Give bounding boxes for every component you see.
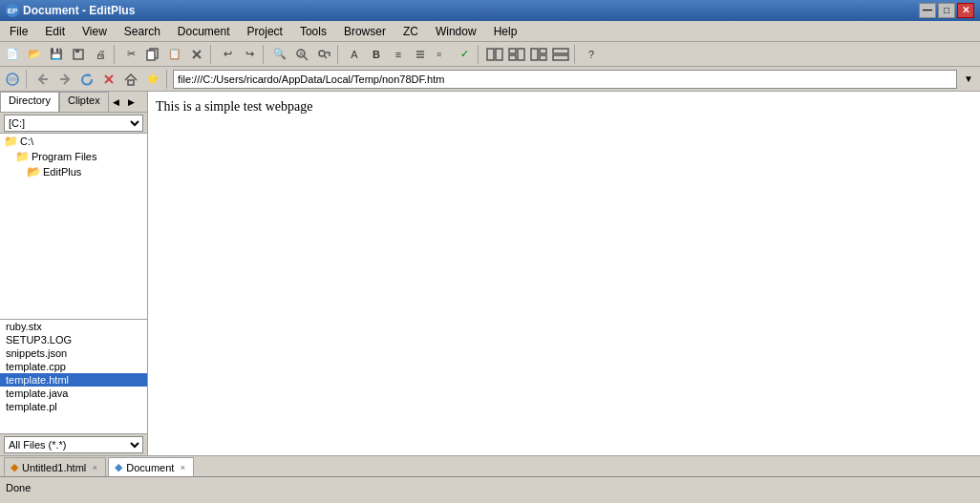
- address-input[interactable]: [173, 70, 957, 89]
- file-item-snippets[interactable]: snippets.json: [0, 346, 147, 360]
- title-bar: EP Document - EditPlus — □ ✕: [0, 0, 980, 21]
- view-btn4[interactable]: [550, 44, 571, 65]
- view-btn3[interactable]: [528, 44, 549, 65]
- svg-text:≡: ≡: [437, 50, 441, 59]
- status-bar: Done: [0, 476, 980, 497]
- sep8: [166, 70, 170, 89]
- svg-point-9: [319, 51, 325, 56]
- view-btn2[interactable]: [506, 44, 527, 65]
- tree-item-editplus[interactable]: 📂 EditPlus: [0, 164, 147, 179]
- find-button[interactable]: 🔍: [269, 44, 290, 65]
- menu-bar: File Edit View Search Document Project T…: [0, 21, 980, 42]
- print-button[interactable]: 🖨: [90, 44, 111, 65]
- star-button[interactable]: ⭐: [142, 69, 163, 90]
- tab-icon-document: ◆: [115, 461, 122, 473]
- directory-tree: 📁 C:\ 📁 Program Files 📂 EditPlus: [0, 134, 147, 320]
- svg-rect-20: [531, 49, 538, 60]
- find-next-button[interactable]: A: [291, 44, 312, 65]
- save-button[interactable]: 💾: [46, 44, 67, 65]
- sep3: [263, 45, 266, 64]
- tab-cliptex[interactable]: Cliptex: [59, 92, 109, 112]
- file-filter-select[interactable]: All Files (*.*): [4, 436, 143, 453]
- menu-help[interactable]: Help: [486, 23, 525, 40]
- sep1: [114, 45, 117, 64]
- bottom-tabs: ◆ Untitled1.html × ◆ Document ×: [0, 455, 980, 476]
- delete-button[interactable]: [186, 44, 207, 65]
- paste-button[interactable]: 📋: [164, 44, 185, 65]
- tab-untitled1[interactable]: ◆ Untitled1.html ×: [4, 457, 106, 476]
- address-dropdown[interactable]: ▼: [959, 70, 978, 89]
- tab-icon-untitled: ◆: [11, 461, 18, 473]
- menu-zc[interactable]: ZC: [395, 23, 426, 40]
- close-button[interactable]: ✕: [957, 3, 974, 18]
- menu-search[interactable]: Search: [117, 23, 168, 40]
- cut-button[interactable]: ✂: [120, 44, 141, 65]
- tab-close-untitled[interactable]: ×: [90, 463, 99, 472]
- align-button[interactable]: ≡: [388, 44, 409, 65]
- save-all-button[interactable]: [68, 44, 89, 65]
- svg-rect-19: [518, 49, 524, 60]
- svg-line-7: [304, 56, 308, 60]
- file-item-template-cpp[interactable]: template.cpp: [0, 360, 147, 373]
- redo-button[interactable]: ↪: [239, 44, 260, 65]
- font-button[interactable]: A: [344, 44, 365, 65]
- menu-browser[interactable]: Browser: [336, 23, 394, 40]
- menu-window[interactable]: Window: [428, 23, 484, 40]
- bold-button[interactable]: B: [366, 44, 387, 65]
- minimize-button[interactable]: —: [919, 3, 936, 18]
- menu-view[interactable]: View: [75, 23, 115, 40]
- svg-rect-16: [496, 49, 502, 60]
- open-button[interactable]: 📂: [24, 44, 45, 65]
- check-button[interactable]: ✓: [454, 44, 475, 65]
- tree-item-programfiles[interactable]: 📁 Program Files: [0, 149, 147, 164]
- tab-label-untitled: Untitled1.html: [22, 462, 86, 473]
- view-btn1[interactable]: [484, 44, 505, 65]
- replace-button[interactable]: [313, 44, 334, 65]
- menu-edit[interactable]: Edit: [37, 23, 73, 40]
- tree-item-c[interactable]: 📁 C:\: [0, 134, 147, 149]
- back-button[interactable]: [32, 69, 53, 90]
- tree-label-c: C:\: [20, 136, 33, 147]
- tab-close-document[interactable]: ×: [178, 463, 187, 472]
- stop-button[interactable]: [98, 69, 119, 90]
- toolbar-main: 📄 📂 💾 🖨 ✂ 📋 ↩ ↪ 🔍 A A B ≡ ≡ ✓ ?: [0, 42, 980, 67]
- svg-rect-1: [75, 50, 79, 52]
- drive-select[interactable]: [C:]: [4, 115, 143, 132]
- file-item-template-pl[interactable]: template.pl: [0, 400, 147, 413]
- copy-button[interactable]: [142, 44, 163, 65]
- help-button[interactable]: ?: [581, 44, 602, 65]
- editor-content: This is a simple test webpage: [156, 99, 312, 114]
- drive-selector-row: [C:]: [0, 113, 147, 134]
- list-button[interactable]: [410, 44, 431, 65]
- folder-icon-pf: 📁: [15, 150, 30, 163]
- editor-area[interactable]: This is a simple test webpage: [148, 92, 980, 455]
- tab-directory[interactable]: Directory: [0, 92, 59, 112]
- forward-button[interactable]: [54, 69, 75, 90]
- sep6: [574, 45, 578, 64]
- refresh-button[interactable]: [76, 69, 97, 90]
- file-filter-row: All Files (*.*): [0, 434, 147, 455]
- menu-project[interactable]: Project: [240, 23, 290, 40]
- folder-icon-ep: 📂: [27, 165, 41, 178]
- app-icon: EP: [6, 4, 19, 17]
- file-item-ruby[interactable]: ruby.stx: [0, 320, 147, 333]
- menu-tools[interactable]: Tools: [292, 23, 334, 40]
- new-button[interactable]: 📄: [2, 44, 23, 65]
- file-item-template-html[interactable]: template.html: [0, 373, 147, 387]
- menu-file[interactable]: File: [2, 23, 35, 40]
- svg-line-10: [325, 55, 328, 58]
- undo-button[interactable]: ↩: [217, 44, 238, 65]
- tab-document[interactable]: ◆ Document ×: [108, 457, 194, 476]
- file-item-setup3[interactable]: SETUP3.LOG: [0, 333, 147, 346]
- maximize-button[interactable]: □: [938, 3, 955, 18]
- browser-nav-icon[interactable]: [2, 69, 23, 90]
- home-button[interactable]: [120, 69, 141, 90]
- panel-arrow-left[interactable]: ◀: [109, 92, 124, 113]
- svg-rect-23: [553, 49, 568, 53]
- panel-arrow-right[interactable]: ▶: [124, 92, 139, 113]
- title-bar-controls: — □ ✕: [919, 3, 974, 18]
- numbers-button[interactable]: ≡: [432, 44, 453, 65]
- file-item-template-java[interactable]: template.java: [0, 387, 147, 400]
- menu-document[interactable]: Document: [170, 23, 238, 40]
- svg-rect-17: [509, 49, 516, 53]
